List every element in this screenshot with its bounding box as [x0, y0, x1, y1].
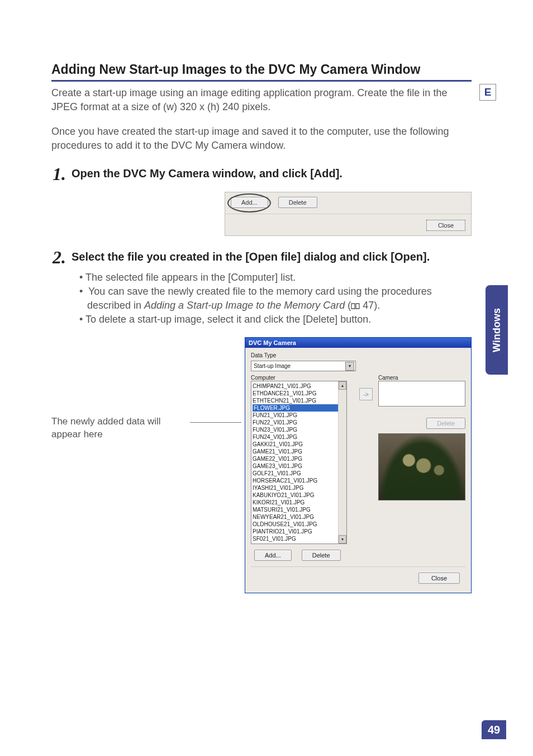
window-titlebar: DVC My Camera — [245, 338, 471, 348]
step-text-2: Select the file you created in the [Open… — [72, 248, 430, 264]
bullet-1: The selected file appears in the [Comput… — [79, 271, 472, 285]
close-button-window[interactable]: Close — [418, 573, 460, 584]
list-item[interactable]: MATSURI21_VI01.JPG — [253, 506, 345, 513]
data-type-value: Start-up Image — [254, 363, 291, 369]
step-number-1: 1. — [51, 165, 66, 183]
list-item[interactable]: CHIMPAN21_VI01.JPG — [253, 382, 345, 390]
side-tab-label: Windows — [491, 308, 503, 352]
scroll-up-icon[interactable]: ▴ — [339, 381, 346, 390]
delete-button[interactable]: Delete — [278, 197, 317, 208]
list-item[interactable]: FLOWER.JPG — [253, 404, 345, 412]
callout-label: The newly added data will appear here — [51, 416, 161, 440]
delete-button-camera[interactable]: Delete — [426, 418, 465, 429]
list-item[interactable]: KABUKIYO21_VI01.JPG — [253, 492, 345, 499]
list-item[interactable]: FUN22_VI01.JPG — [253, 419, 345, 426]
bullet-2-paren: ( — [345, 300, 351, 311]
close-button[interactable]: Close — [426, 220, 465, 231]
list-item[interactable]: GAME21_VI01.JPG — [253, 448, 345, 455]
list-item[interactable]: GOLF21_VI01.JPG — [253, 470, 345, 477]
computer-label: Computer — [251, 375, 354, 381]
bullet-2-italic: Adding a Start-up Image to the Memory Ca… — [144, 300, 345, 311]
list-item[interactable]: PIANTRIO21_VI01.JPG — [253, 528, 345, 535]
list-item[interactable]: KIKORI21_VI01.JPG — [253, 499, 345, 506]
list-item[interactable]: ETHTECHN21_VI01.JPG — [253, 397, 345, 404]
data-type-dropdown[interactable]: Start-up Image ▾ — [251, 361, 356, 371]
bullet-3: To delete a start-up image, select it an… — [79, 313, 472, 327]
computer-listbox[interactable]: CHIMPAN21_VI01.JPGETHDANCE21_VI01.JPGETH… — [251, 381, 347, 544]
screenshot-toolbar: Add... Delete Close — [225, 192, 472, 236]
add-button[interactable]: Add... — [231, 197, 268, 208]
intro-paragraph-1: Create a start-up image using an image e… — [51, 86, 472, 114]
list-item[interactable]: FUN23_VI01.JPG — [253, 426, 345, 433]
list-item[interactable]: ETHDANCE21_VI01.JPG — [253, 390, 345, 397]
language-badge: E — [479, 84, 496, 101]
preview-image — [378, 433, 465, 500]
list-item[interactable]: OLDHOUSE21_VI01.JPG — [253, 521, 345, 528]
list-item[interactable]: FUN21_VI01.JPG — [253, 412, 345, 419]
data-type-label: Data Type — [251, 352, 465, 358]
list-item[interactable]: GAME22_VI01.JPG — [253, 455, 345, 462]
callout-text: The newly added data will appear here — [51, 337, 190, 441]
list-item[interactable]: FUN24_VI01.JPG — [253, 433, 345, 441]
list-item[interactable]: IYASHI21_VI01.JPG — [253, 484, 345, 492]
list-item[interactable]: HORSERAC21_VI01.JPG — [253, 477, 345, 484]
bullet-2-ref: 47). — [360, 300, 380, 311]
bullet-list: The selected file appears in the [Comput… — [51, 271, 472, 326]
scroll-down-icon[interactable]: ▾ — [339, 535, 346, 544]
list-item[interactable]: SF021_VI01.JPG — [253, 535, 345, 542]
step-text-1: Open the DVC My Camera window, and click… — [72, 165, 342, 181]
list-item[interactable]: GAKKI21_VI01.JPG — [253, 441, 345, 448]
scrollbar[interactable]: ▴ ▾ — [338, 381, 346, 544]
page-number: 49 — [482, 720, 506, 739]
list-item[interactable]: GAME23_VI01.JPG — [253, 462, 345, 470]
add-button-window[interactable]: Add... — [254, 550, 292, 561]
section-heading: Adding New Start-up Images to the DVC My… — [51, 62, 472, 82]
callout-leader-line — [190, 422, 241, 423]
list-item[interactable]: NEWYEAR21_VI01.JPG — [253, 513, 345, 521]
list-item[interactable]: SF023_VI01.JPG — [253, 542, 345, 544]
book-icon — [351, 303, 360, 310]
transfer-arrow-button[interactable]: -> — [359, 388, 373, 400]
intro-paragraph-2: Once you have created the start-up image… — [51, 125, 472, 153]
bullet-2: You can save the newly created file to t… — [79, 285, 472, 313]
chevron-down-icon[interactable]: ▾ — [345, 362, 354, 371]
delete-button-window[interactable]: Delete — [302, 550, 341, 561]
camera-listbox[interactable] — [378, 381, 465, 407]
side-tab-windows: Windows — [486, 285, 508, 375]
screenshot-window: DVC My Camera Data Type Start-up Image ▾… — [245, 337, 472, 593]
camera-label: Camera — [378, 375, 465, 381]
step-number-2: 2. — [51, 248, 66, 266]
